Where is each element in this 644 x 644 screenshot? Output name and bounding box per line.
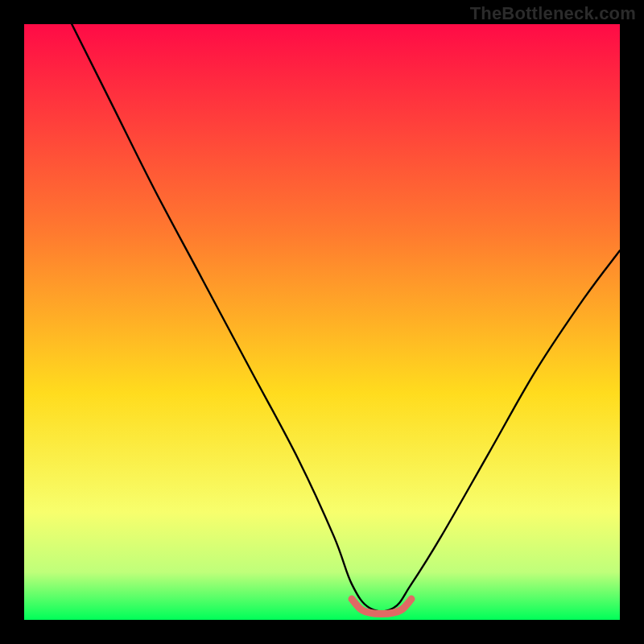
plot-area [24, 24, 620, 620]
watermark-label: TheBottleneck.com [470, 3, 636, 24]
bottleneck-curve-chart [24, 24, 620, 620]
chart-frame: TheBottleneck.com [0, 0, 644, 644]
gradient-background [24, 24, 620, 620]
